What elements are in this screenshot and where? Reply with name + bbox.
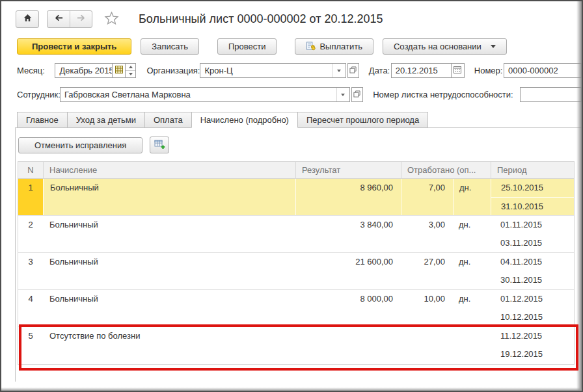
worked-cell[interactable]: 10,00 — [401, 290, 453, 326]
row-number-cell[interactable]: 5 — [18, 327, 43, 364]
unit-cell[interactable] — [453, 327, 491, 364]
unit-cell[interactable]: дн. — [453, 179, 491, 215]
accrual-cell[interactable]: Больничный — [43, 290, 295, 326]
month-picker-button[interactable] — [112, 63, 126, 78]
spin-down-button[interactable] — [126, 71, 135, 77]
result-cell[interactable]: 8 000,00 — [295, 290, 401, 326]
result-cell[interactable]: 3 840,00 — [295, 216, 401, 252]
date-calendar-button[interactable] — [451, 63, 465, 78]
period-start[interactable]: 01.12.2015 — [491, 290, 574, 308]
back-button[interactable] — [47, 11, 70, 27]
worked-cell[interactable]: 3,00 — [401, 216, 453, 252]
accrual-cell[interactable]: Отсутствие по болезни — [43, 327, 295, 364]
result-cell[interactable]: 21 600,00 — [295, 253, 401, 289]
tab-0[interactable]: Главное — [17, 112, 68, 128]
disability-sheet-number-input[interactable] — [520, 87, 582, 102]
app-window: Больничный лист 0000-000002 от 20.12.201… — [0, 0, 583, 392]
table-row[interactable]: 3 Больничный 21 600,00 27,00 дн. 04.11.2… — [18, 253, 574, 290]
forward-button[interactable] — [70, 11, 92, 27]
unit-cell[interactable]: дн. — [453, 216, 491, 252]
add-table-row-icon — [154, 139, 165, 151]
tab-2[interactable]: Оплата — [144, 112, 192, 128]
post-button[interactable]: Провести — [217, 38, 277, 55]
row-number-cell[interactable]: 1 — [18, 179, 43, 215]
employee-open-button[interactable] — [351, 87, 364, 102]
tab-strip: ГлавноеУход за детьмиОплатаНачислено (по… — [17, 112, 582, 128]
table-row[interactable]: 1 Больничный 8 960,00 7,00 дн. 25.10.201… — [18, 179, 574, 216]
triangle-down-icon — [129, 73, 133, 75]
period-end[interactable]: 03.11.2015 — [491, 234, 574, 252]
table-row[interactable]: 4 Больничный 8 000,00 10,00 дн. 01.12.20… — [18, 290, 574, 327]
table-header: N Начисление Результат Отработано (оп...… — [18, 162, 574, 179]
worked-cell[interactable] — [401, 327, 453, 364]
tab-3[interactable]: Начислено (подробно) — [191, 112, 298, 128]
period-end[interactable]: 30.11.2015 — [491, 271, 574, 289]
period-end[interactable]: 10.12.2015 — [491, 308, 574, 326]
number-input[interactable]: 0000-000002 — [504, 63, 582, 78]
column-header-n[interactable]: N — [18, 162, 43, 178]
period-end[interactable]: 19.12.2015 — [491, 345, 574, 363]
organization-open-button[interactable] — [347, 63, 359, 78]
column-header-period[interactable]: Период — [491, 162, 574, 178]
add-row-button[interactable] — [150, 137, 169, 153]
table-row[interactable]: 2 Больничный 3 840,00 3,00 дн. 01.11.201… — [18, 216, 574, 253]
pay-coins-icon — [306, 41, 316, 53]
home-button[interactable] — [16, 10, 39, 28]
row-number-cell[interactable]: 3 — [18, 253, 43, 289]
panel-toolbar: Отменить исправления — [18, 137, 582, 153]
worked-cell[interactable]: 7,00 — [401, 179, 453, 215]
period-end[interactable]: 31.10.2015 — [491, 197, 574, 215]
create-based-on-button[interactable]: Создать на основании — [383, 38, 507, 55]
history-nav — [47, 10, 92, 28]
table-body: 1 Больничный 8 960,00 7,00 дн. 25.10.201… — [18, 179, 574, 364]
save-button[interactable]: Записать — [141, 38, 199, 55]
row-number-cell[interactable]: 2 — [18, 216, 43, 252]
column-header-accrual[interactable]: Начисление — [43, 162, 295, 178]
worked-cell[interactable]: 27,00 — [401, 253, 453, 289]
month-field-group: Декабрь 2015 — [55, 63, 136, 78]
organization-input[interactable]: Крон-Ц — [200, 63, 346, 78]
dropdown-caret-icon — [491, 45, 496, 48]
period-start[interactable]: 11.12.2015 — [491, 327, 574, 345]
table-row[interactable]: 5 Отсутствие по болезни 11.12.2015 19.12… — [18, 327, 574, 364]
result-cell[interactable]: 8 960,00 — [295, 179, 401, 215]
field-row-1: Месяц: Декабрь 2015 Организация: Крон-Ц … — [17, 63, 582, 78]
pay-button[interactable]: Выплатить — [295, 38, 373, 55]
spin-up-button[interactable] — [126, 64, 135, 71]
period-cell[interactable]: 01.12.2015 10.12.2015 — [491, 290, 574, 326]
period-cell[interactable]: 04.11.2015 30.11.2015 — [491, 253, 574, 289]
calendar-icon — [454, 66, 461, 75]
favorite-button[interactable] — [104, 11, 119, 27]
employee-dropdown-button[interactable] — [336, 88, 349, 101]
date-input[interactable]: 20.12.2015 — [391, 63, 451, 78]
period-cell[interactable]: 01.11.2015 03.11.2015 — [491, 216, 574, 252]
accrual-cell[interactable]: Больничный — [43, 216, 295, 252]
period-cell[interactable]: 25.10.2015 31.10.2015 — [491, 179, 574, 215]
result-cell[interactable] — [295, 327, 401, 364]
row-number-cell[interactable]: 4 — [18, 290, 43, 326]
organization-dropdown-button[interactable] — [332, 64, 346, 77]
back-arrow-icon — [54, 14, 64, 24]
accrual-cell[interactable]: Больничный — [43, 179, 295, 215]
column-header-worked[interactable]: Отработано (оп... — [401, 162, 491, 178]
month-spinner — [126, 63, 136, 78]
month-input[interactable]: Декабрь 2015 — [55, 63, 112, 78]
unit-cell[interactable]: дн. — [453, 290, 491, 326]
title-bar: Больничный лист 0000-000002 от 20.12.201… — [16, 9, 582, 29]
period-cell[interactable]: 11.12.2015 19.12.2015 — [491, 327, 574, 364]
month-grid-icon — [115, 66, 123, 75]
period-start[interactable]: 25.10.2015 — [491, 179, 574, 197]
post-and-close-button[interactable]: Провести и закрыть — [17, 38, 131, 55]
accruals-table: N Начисление Результат Отработано (оп...… — [18, 161, 575, 365]
column-header-result[interactable]: Результат — [295, 162, 401, 178]
tab-4[interactable]: Пересчет прошлого периода — [297, 112, 428, 128]
period-start[interactable]: 04.11.2015 — [491, 253, 574, 271]
unit-cell[interactable]: дн. — [453, 253, 491, 289]
period-start[interactable]: 01.11.2015 — [491, 216, 574, 234]
accrual-cell[interactable]: Больничный — [43, 253, 295, 289]
cancel-corrections-button[interactable]: Отменить исправления — [18, 137, 142, 153]
month-label: Месяц: — [17, 66, 55, 75]
tab-1[interactable]: Уход за детьми — [67, 112, 145, 128]
employee-input[interactable]: Габровская Светлана Марковна — [60, 87, 350, 102]
triangle-down-icon — [341, 94, 345, 96]
